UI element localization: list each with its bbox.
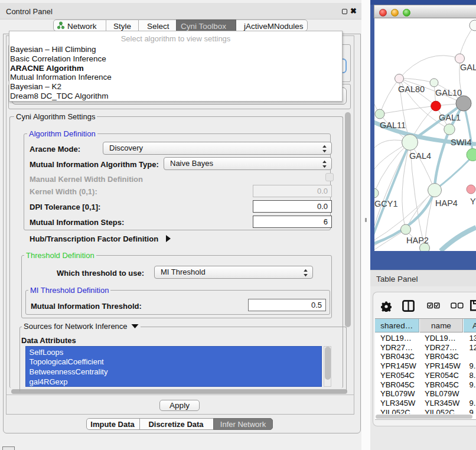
svg-text:GAL10: GAL10	[435, 88, 462, 97]
svg-text:HAP2: HAP2	[406, 236, 429, 245]
svg-text:GAL80: GAL80	[398, 84, 425, 94]
svg-text:YD: YD	[470, 197, 476, 206]
svg-text:SWI4: SWI4	[451, 138, 471, 147]
svg-text:HAP4: HAP4	[435, 198, 458, 208]
svg-text:GCY1: GCY1	[374, 199, 398, 208]
svg-text:GAL7: GAL7	[460, 63, 476, 72]
svg-text:GAL4: GAL4	[409, 151, 431, 161]
svg-text:GAL11: GAL11	[380, 120, 406, 130]
svg-text:GAL1: GAL1	[439, 113, 461, 122]
